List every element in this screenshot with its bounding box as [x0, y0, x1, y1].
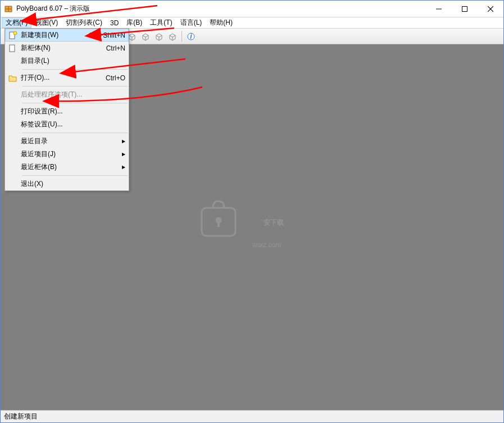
tb-box4-button[interactable] [166, 30, 179, 43]
menu-entry-label: 后处理程序选项(T)... [21, 90, 125, 99]
minimize-button[interactable] [426, 1, 452, 17]
blank-icon [7, 180, 19, 189]
app-icon [4, 4, 13, 13]
menu-entry-8[interactable]: 打印设置(R)... [5, 105, 129, 118]
maximize-button[interactable] [452, 1, 478, 17]
menu-entry-label: 打印设置(R)... [21, 107, 125, 116]
menu-separator [22, 175, 128, 176]
menu-entry-13[interactable]: 最近柜体(B)▶ [5, 161, 129, 174]
blank-icon [7, 163, 19, 172]
submenu-arrow-icon: ▶ [121, 165, 125, 170]
menu-item-1[interactable]: 视图(V) [31, 17, 62, 28]
menu-entry-label: 退出(X) [21, 179, 125, 189]
menu-item-6[interactable]: 语言(L) [176, 17, 206, 28]
tb-box2-button[interactable] [139, 30, 152, 43]
submenu-arrow-icon: ▶ [121, 152, 125, 157]
menu-entry-shortcut: Ctrl+Shift+N [89, 31, 125, 39]
svg-rect-27 [202, 208, 235, 236]
blank-icon [7, 107, 19, 116]
menu-separator [22, 69, 128, 70]
menu-entry-label: 最近柜体(B) [21, 162, 121, 172]
status-text: 创建新项目 [4, 412, 38, 421]
svg-point-32 [13, 31, 17, 35]
menu-entry-12[interactable]: 最近项目(J)▶ [5, 148, 129, 161]
menu-item-2[interactable]: 切割列表(C) [62, 17, 106, 28]
menu-entry-1[interactable]: 新柜体(N)Ctrl+N [5, 42, 129, 54]
blank-icon [7, 137, 19, 146]
new-doc-icon [7, 31, 19, 40]
menu-entry-shortcut: Ctrl+O [106, 74, 125, 82]
svg-rect-4 [462, 6, 467, 11]
window-title: PolyBoard 6.07 – 演示版 [16, 4, 90, 13]
menu-separator [22, 133, 128, 133]
menu-entry-2[interactable]: 新目录(L) [5, 54, 129, 67]
toolbar-separator [181, 31, 182, 42]
blank-icon [7, 90, 19, 99]
title-bar: PolyBoard 6.07 – 演示版 [1, 1, 503, 17]
tb-box3-button[interactable] [153, 30, 165, 43]
menu-entry-4[interactable]: 打开(O)...Ctrl+O [5, 71, 129, 84]
menu-entry-11[interactable]: 最近目录▶ [5, 135, 129, 148]
svg-rect-33 [10, 45, 15, 52]
menu-item-5[interactable]: 工具(T) [146, 17, 176, 28]
open-icon [7, 74, 19, 83]
menu-item-3[interactable]: 3D [106, 17, 122, 28]
blank-icon [7, 150, 19, 159]
menu-entry-15[interactable]: 退出(X) [5, 178, 129, 190]
blank-icon [7, 57, 19, 66]
status-bar: 创建新项目 [1, 410, 503, 422]
menu-entry-label: 新柜体(N) [21, 43, 101, 53]
menu-separator [22, 86, 128, 87]
menu-entry-label: 最近项目(J) [21, 149, 121, 159]
submenu-arrow-icon: ▶ [121, 139, 125, 144]
svg-text:anxz.com: anxz.com [252, 241, 281, 249]
menu-item-4[interactable]: 库(B) [122, 17, 146, 28]
menu-entry-shortcut: Ctrl+N [106, 44, 125, 52]
svg-point-28 [216, 218, 221, 222]
menu-entry-9[interactable]: 标签设置(U)... [5, 118, 129, 131]
menu-item-7[interactable]: 帮助(H) [206, 17, 237, 28]
menu-entry-label: 新目录(L) [21, 56, 125, 66]
new-cab-icon [7, 44, 19, 53]
menu-entry-0[interactable]: 新建项目(W)Ctrl+Shift+N [5, 29, 129, 42]
watermark: 安下载 anxz.com [196, 197, 308, 258]
close-button[interactable] [478, 1, 503, 17]
menu-separator [22, 103, 128, 103]
file-menu-dropdown: 新建项目(W)Ctrl+Shift+N新柜体(N)Ctrl+N新目录(L)打开(… [4, 28, 129, 191]
menu-entry-label: 打开(O)... [21, 73, 100, 83]
menu-bar: 文档(F)视图(V)切割列表(C)3D库(B)工具(T)语言(L)帮助(H) [1, 17, 503, 29]
menu-entry-label: 新建项目(W) [21, 30, 83, 40]
menu-entry-label: 标签设置(U)... [21, 120, 125, 129]
blank-icon [7, 120, 19, 129]
svg-text:安下载: 安下载 [264, 219, 284, 226]
menu-entry-label: 最近目录 [21, 137, 121, 146]
menu-item-0[interactable]: 文档(F) [2, 17, 31, 28]
menu-entry-6: 后处理程序选项(T)... [5, 88, 129, 101]
tb-info-button[interactable]: i [185, 30, 197, 43]
